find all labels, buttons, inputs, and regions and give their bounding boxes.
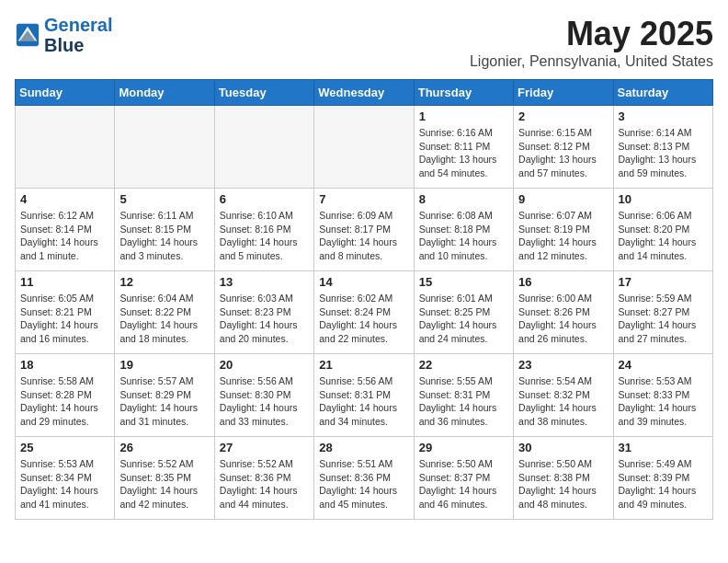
weekday-header-thursday: Thursday bbox=[414, 80, 513, 106]
day-number: 28 bbox=[319, 441, 408, 454]
day-number: 18 bbox=[20, 358, 109, 372]
day-info: Sunrise: 6:07 AM Sunset: 8:19 PM Dayligh… bbox=[518, 209, 608, 263]
day-number: 10 bbox=[619, 192, 708, 206]
calendar-cell: 19Sunrise: 5:57 AM Sunset: 8:29 PM Dayli… bbox=[115, 354, 214, 437]
day-number: 21 bbox=[319, 358, 408, 372]
calendar-cell: 30Sunrise: 5:50 AM Sunset: 8:38 PM Dayli… bbox=[514, 437, 613, 520]
day-info: Sunrise: 6:15 AM Sunset: 8:12 PM Dayligh… bbox=[518, 126, 608, 180]
day-info: Sunrise: 6:09 AM Sunset: 8:17 PM Dayligh… bbox=[319, 209, 408, 263]
calendar-cell: 28Sunrise: 5:51 AM Sunset: 8:36 PM Dayli… bbox=[314, 437, 414, 520]
day-info: Sunrise: 6:05 AM Sunset: 8:21 PM Dayligh… bbox=[20, 292, 109, 346]
day-number: 20 bbox=[220, 358, 309, 372]
day-info: Sunrise: 5:58 AM Sunset: 8:28 PM Dayligh… bbox=[20, 374, 109, 429]
day-info: Sunrise: 6:10 AM Sunset: 8:16 PM Dayligh… bbox=[220, 209, 309, 263]
day-number: 30 bbox=[518, 441, 608, 454]
calendar-week-5: 25Sunrise: 5:53 AM Sunset: 8:34 PM Dayli… bbox=[16, 437, 713, 520]
location-title: Ligonier, Pennsylvania, United States bbox=[470, 53, 713, 70]
weekday-header-wednesday: Wednesday bbox=[314, 80, 414, 106]
day-number: 12 bbox=[119, 275, 209, 289]
day-info: Sunrise: 6:14 AM Sunset: 8:13 PM Dayligh… bbox=[619, 126, 708, 180]
calendar-cell: 12Sunrise: 6:04 AM Sunset: 8:22 PM Dayli… bbox=[115, 271, 214, 354]
weekday-header-row: SundayMondayTuesdayWednesdayThursdayFrid… bbox=[16, 80, 713, 106]
calendar-cell: 20Sunrise: 5:56 AM Sunset: 8:30 PM Dayli… bbox=[214, 354, 313, 437]
calendar-cell: 31Sunrise: 5:49 AM Sunset: 8:39 PM Dayli… bbox=[613, 437, 712, 520]
day-info: Sunrise: 5:52 AM Sunset: 8:35 PM Dayligh… bbox=[119, 457, 209, 511]
calendar-cell bbox=[214, 106, 313, 189]
logo: General Blue bbox=[15, 15, 112, 55]
day-number: 8 bbox=[419, 192, 508, 206]
calendar-cell: 29Sunrise: 5:50 AM Sunset: 8:37 PM Dayli… bbox=[414, 437, 513, 520]
calendar-cell: 11Sunrise: 6:05 AM Sunset: 8:21 PM Dayli… bbox=[16, 271, 115, 354]
day-number: 4 bbox=[20, 192, 109, 206]
calendar-cell bbox=[115, 106, 214, 189]
day-number: 29 bbox=[419, 441, 508, 454]
calendar-week-2: 4Sunrise: 6:12 AM Sunset: 8:14 PM Daylig… bbox=[16, 189, 713, 271]
day-info: Sunrise: 6:11 AM Sunset: 8:15 PM Dayligh… bbox=[119, 209, 209, 263]
day-number: 11 bbox=[20, 275, 109, 289]
calendar-week-3: 11Sunrise: 6:05 AM Sunset: 8:21 PM Dayli… bbox=[16, 271, 713, 354]
month-title: May 2025 bbox=[470, 15, 713, 53]
day-number: 17 bbox=[619, 275, 708, 289]
day-info: Sunrise: 6:03 AM Sunset: 8:23 PM Dayligh… bbox=[220, 292, 309, 346]
day-info: Sunrise: 5:54 AM Sunset: 8:32 PM Dayligh… bbox=[518, 374, 608, 429]
day-number: 14 bbox=[319, 275, 408, 289]
logo-icon bbox=[15, 22, 40, 48]
calendar-cell: 13Sunrise: 6:03 AM Sunset: 8:23 PM Dayli… bbox=[214, 271, 313, 354]
calendar-cell: 27Sunrise: 5:52 AM Sunset: 8:36 PM Dayli… bbox=[214, 437, 313, 520]
day-info: Sunrise: 5:52 AM Sunset: 8:36 PM Dayligh… bbox=[220, 457, 309, 511]
day-info: Sunrise: 5:49 AM Sunset: 8:39 PM Dayligh… bbox=[619, 457, 708, 511]
calendar-cell: 14Sunrise: 6:02 AM Sunset: 8:24 PM Dayli… bbox=[314, 271, 414, 354]
calendar-cell: 3Sunrise: 6:14 AM Sunset: 8:13 PM Daylig… bbox=[613, 106, 712, 189]
day-number: 22 bbox=[419, 358, 508, 372]
calendar-cell: 25Sunrise: 5:53 AM Sunset: 8:34 PM Dayli… bbox=[16, 437, 115, 520]
calendar-cell: 17Sunrise: 5:59 AM Sunset: 8:27 PM Dayli… bbox=[613, 271, 712, 354]
calendar-table: SundayMondayTuesdayWednesdayThursdayFrid… bbox=[15, 79, 713, 520]
day-info: Sunrise: 5:56 AM Sunset: 8:31 PM Dayligh… bbox=[319, 374, 408, 429]
weekday-header-monday: Monday bbox=[115, 80, 214, 106]
weekday-header-saturday: Saturday bbox=[613, 80, 712, 106]
calendar-cell bbox=[314, 106, 414, 189]
calendar-cell: 26Sunrise: 5:52 AM Sunset: 8:35 PM Dayli… bbox=[115, 437, 214, 520]
calendar-cell: 2Sunrise: 6:15 AM Sunset: 8:12 PM Daylig… bbox=[514, 106, 613, 189]
calendar-cell: 16Sunrise: 6:00 AM Sunset: 8:26 PM Dayli… bbox=[514, 271, 613, 354]
logo-text: General Blue bbox=[44, 15, 112, 55]
calendar-cell: 21Sunrise: 5:56 AM Sunset: 8:31 PM Dayli… bbox=[314, 354, 414, 437]
title-block: May 2025 Ligonier, Pennsylvania, United … bbox=[470, 15, 713, 70]
calendar-cell: 4Sunrise: 6:12 AM Sunset: 8:14 PM Daylig… bbox=[16, 189, 115, 271]
weekday-header-sunday: Sunday bbox=[16, 80, 115, 106]
calendar-week-4: 18Sunrise: 5:58 AM Sunset: 8:28 PM Dayli… bbox=[16, 354, 713, 437]
day-number: 5 bbox=[119, 192, 209, 206]
day-info: Sunrise: 5:56 AM Sunset: 8:30 PM Dayligh… bbox=[220, 374, 309, 429]
day-number: 26 bbox=[119, 441, 209, 454]
day-number: 15 bbox=[419, 275, 508, 289]
day-number: 2 bbox=[518, 109, 608, 123]
calendar-cell: 9Sunrise: 6:07 AM Sunset: 8:19 PM Daylig… bbox=[514, 189, 613, 271]
day-number: 16 bbox=[518, 275, 608, 289]
page-header: General Blue May 2025 Ligonier, Pennsylv… bbox=[15, 15, 713, 70]
day-number: 9 bbox=[518, 192, 608, 206]
day-info: Sunrise: 6:16 AM Sunset: 8:11 PM Dayligh… bbox=[419, 126, 508, 180]
calendar-week-1: 1Sunrise: 6:16 AM Sunset: 8:11 PM Daylig… bbox=[16, 106, 713, 189]
day-number: 7 bbox=[319, 192, 408, 206]
day-info: Sunrise: 5:50 AM Sunset: 8:38 PM Dayligh… bbox=[518, 457, 608, 511]
calendar-cell: 7Sunrise: 6:09 AM Sunset: 8:17 PM Daylig… bbox=[314, 189, 414, 271]
day-info: Sunrise: 5:55 AM Sunset: 8:31 PM Dayligh… bbox=[419, 374, 508, 429]
day-number: 1 bbox=[419, 109, 508, 123]
calendar-body: 1Sunrise: 6:16 AM Sunset: 8:11 PM Daylig… bbox=[16, 106, 713, 520]
calendar-cell: 8Sunrise: 6:08 AM Sunset: 8:18 PM Daylig… bbox=[414, 189, 513, 271]
day-info: Sunrise: 5:53 AM Sunset: 8:34 PM Dayligh… bbox=[20, 457, 109, 511]
calendar-cell: 15Sunrise: 6:01 AM Sunset: 8:25 PM Dayli… bbox=[414, 271, 513, 354]
weekday-header-tuesday: Tuesday bbox=[214, 80, 313, 106]
day-info: Sunrise: 5:51 AM Sunset: 8:36 PM Dayligh… bbox=[319, 457, 408, 511]
day-number: 31 bbox=[619, 441, 708, 454]
day-number: 13 bbox=[220, 275, 309, 289]
calendar-cell: 23Sunrise: 5:54 AM Sunset: 8:32 PM Dayli… bbox=[514, 354, 613, 437]
calendar-cell: 10Sunrise: 6:06 AM Sunset: 8:20 PM Dayli… bbox=[613, 189, 712, 271]
day-info: Sunrise: 6:12 AM Sunset: 8:14 PM Dayligh… bbox=[20, 209, 109, 263]
day-info: Sunrise: 5:57 AM Sunset: 8:29 PM Dayligh… bbox=[119, 374, 209, 429]
day-info: Sunrise: 6:04 AM Sunset: 8:22 PM Dayligh… bbox=[119, 292, 209, 346]
calendar-cell: 5Sunrise: 6:11 AM Sunset: 8:15 PM Daylig… bbox=[115, 189, 214, 271]
day-info: Sunrise: 6:08 AM Sunset: 8:18 PM Dayligh… bbox=[419, 209, 508, 263]
day-info: Sunrise: 5:59 AM Sunset: 8:27 PM Dayligh… bbox=[619, 292, 708, 346]
calendar-cell: 1Sunrise: 6:16 AM Sunset: 8:11 PM Daylig… bbox=[414, 106, 513, 189]
